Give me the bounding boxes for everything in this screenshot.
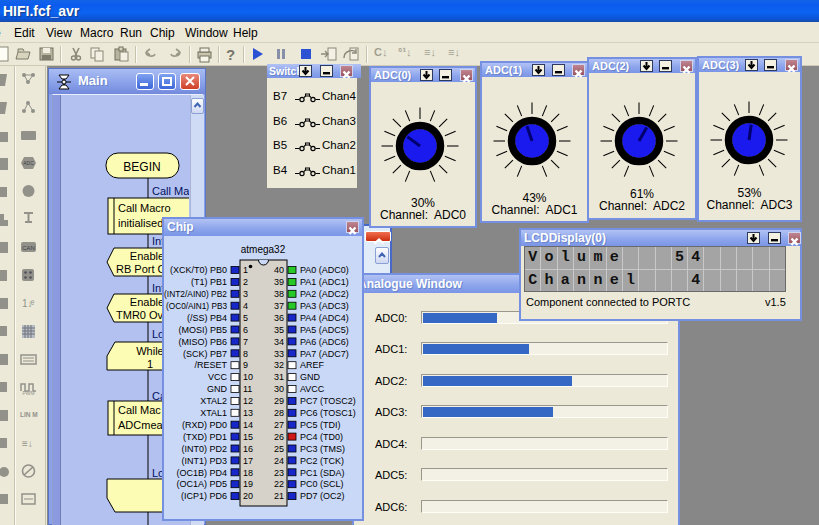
svg-text:3: 3: [243, 289, 248, 299]
svg-text:11: 11: [243, 384, 252, 394]
svg-text:(MISO) PB6: (MISO) PB6: [178, 337, 227, 347]
svg-text:37: 37: [274, 301, 284, 311]
svg-text:(TXD) PD1: (TXD) PD1: [183, 432, 227, 442]
svg-text:Call Mac: Call Mac: [118, 404, 161, 416]
svg-text:1: 1: [243, 265, 248, 275]
svg-text:PC7 (TOSC2): PC7 (TOSC2): [300, 396, 356, 406]
svg-text:Enable: Enable: [130, 250, 164, 262]
svg-text:ADC: ADC: [23, 160, 34, 166]
svg-text:PD7 (OC2): PD7 (OC2): [300, 491, 345, 501]
svg-text:15: 15: [243, 432, 253, 442]
svg-text:AVCC: AVCC: [300, 384, 325, 394]
svg-text:(SCK) PB7: (SCK) PB7: [183, 349, 227, 359]
svg-text:6: 6: [243, 325, 248, 335]
svg-text:AREF: AREF: [300, 360, 325, 370]
svg-text:34: 34: [274, 337, 284, 347]
svg-text:27: 27: [274, 420, 284, 430]
svg-text:20: 20: [243, 491, 253, 501]
svg-text:13: 13: [243, 408, 253, 418]
svg-text:BEGIN: BEGIN: [123, 160, 160, 174]
svg-text:Call Mac: Call Mac: [152, 185, 189, 197]
svg-text:17: 17: [243, 456, 253, 466]
svg-text:GND: GND: [207, 384, 228, 394]
svg-text:36: 36: [274, 313, 284, 323]
svg-text:PA4 (ADC4): PA4 (ADC4): [300, 313, 349, 323]
svg-text:12: 12: [243, 396, 253, 406]
svg-text:28: 28: [274, 408, 284, 418]
svg-text:initialisedi: initialisedi: [118, 217, 166, 229]
svg-text:30: 30: [274, 384, 284, 394]
svg-text:(RXD) PD0: (RXD) PD0: [182, 420, 227, 430]
svg-text:31: 31: [274, 372, 284, 382]
svg-text:PC4 (TD0): PC4 (TD0): [300, 432, 343, 442]
svg-text:≡↓: ≡↓: [22, 438, 33, 449]
svg-text:(INT1) PD3: (INT1) PD3: [181, 456, 227, 466]
svg-text:1: 1: [147, 358, 153, 370]
svg-text:19: 19: [243, 479, 253, 489]
svg-text:LIN M: LIN M: [20, 411, 38, 418]
svg-text:38: 38: [274, 289, 284, 299]
svg-text:PC3 (TMS): PC3 (TMS): [300, 444, 345, 454]
svg-text:PC0 (SCL): PC0 (SCL): [300, 479, 344, 489]
svg-text:(XCK/T0) PB0: (XCK/T0) PB0: [170, 265, 227, 275]
svg-text:(OC1A) PD5: (OC1A) PD5: [176, 479, 227, 489]
svg-text:(MOSI) PB5: (MOSI) PB5: [178, 325, 227, 335]
svg-text:(/SS) PB4: (/SS) PB4: [187, 313, 227, 323]
svg-text:10: 10: [243, 372, 253, 382]
svg-text:While: While: [136, 345, 164, 357]
svg-text:14: 14: [243, 420, 253, 430]
svg-text:29: 29: [274, 396, 284, 406]
svg-text:1↓ͤ: 1↓ͤ: [22, 298, 35, 309]
svg-text:9: 9: [243, 360, 248, 370]
svg-text:33: 33: [274, 349, 284, 359]
svg-text:16: 16: [243, 444, 253, 454]
svg-text:35: 35: [274, 325, 284, 335]
svg-text:PA1 (ADC1): PA1 (ADC1): [300, 277, 349, 287]
svg-text:18: 18: [243, 468, 253, 478]
svg-text:4: 4: [243, 301, 248, 311]
svg-text:PC6 (TOSC1): PC6 (TOSC1): [300, 408, 356, 418]
svg-text:7: 7: [243, 337, 248, 347]
svg-text:5: 5: [243, 313, 248, 323]
svg-text:PA3 (ADC3): PA3 (ADC3): [300, 301, 349, 311]
svg-text:25: 25: [274, 444, 284, 454]
svg-text:26: 26: [274, 432, 284, 442]
svg-text:/RESET: /RESET: [194, 360, 227, 370]
svg-text:XTAL2: XTAL2: [200, 396, 227, 406]
svg-text:24: 24: [274, 456, 284, 466]
svg-text:39: 39: [274, 277, 284, 287]
svg-text:32: 32: [274, 360, 284, 370]
svg-text:atmega32: atmega32: [241, 244, 286, 255]
svg-text:23: 23: [274, 468, 284, 478]
svg-text:22: 22: [274, 479, 284, 489]
svg-text:PC5 (TDI): PC5 (TDI): [300, 420, 341, 430]
svg-text:Call Macro: Call Macro: [118, 202, 171, 214]
svg-text:PC2 (TCK): PC2 (TCK): [300, 456, 344, 466]
svg-text:(INT2/AIN0) PB2: (INT2/AIN0) PB2: [164, 289, 227, 299]
svg-text:40: 40: [274, 265, 284, 275]
svg-text:PWM: PWM: [22, 390, 34, 395]
svg-text:21: 21: [274, 491, 284, 501]
svg-text:PA7 (ADC7): PA7 (ADC7): [300, 349, 349, 359]
svg-text:PC1 (SDA): PC1 (SDA): [300, 468, 345, 478]
svg-text:PA5 (ADC5): PA5 (ADC5): [300, 325, 349, 335]
svg-text:8: 8: [243, 349, 248, 359]
svg-text:PA0 (ADC0): PA0 (ADC0): [300, 265, 349, 275]
svg-text:2: 2: [243, 277, 248, 287]
svg-text:(OC0/AIN1) PB3: (OC0/AIN1) PB3: [166, 301, 227, 311]
svg-text:GND: GND: [300, 372, 321, 382]
svg-text:PA2 (ADC2): PA2 (ADC2): [300, 289, 349, 299]
svg-text:PA6 (ADC6): PA6 (ADC6): [300, 337, 349, 347]
svg-text:(INT0) PD2: (INT0) PD2: [181, 444, 227, 454]
svg-text:Enable: Enable: [130, 296, 164, 308]
svg-text:(OC1B) PD4: (OC1B) PD4: [176, 468, 227, 478]
svg-text:XTAL1: XTAL1: [200, 408, 227, 418]
svg-text:VCC: VCC: [208, 372, 228, 382]
svg-text:CAN: CAN: [22, 245, 35, 251]
svg-text:(ICP1) PD6: (ICP1) PD6: [181, 491, 227, 501]
svg-text:(T1) PB1: (T1) PB1: [191, 277, 227, 287]
